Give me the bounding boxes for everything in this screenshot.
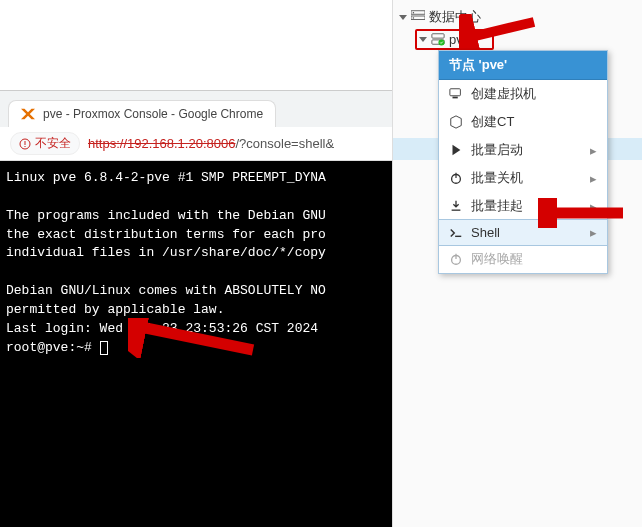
warning-icon [19, 138, 31, 150]
chevron-right-icon: ▸ [590, 199, 597, 214]
svg-rect-35 [450, 89, 461, 96]
menu-label: 创建虚拟机 [471, 85, 536, 103]
menu-label: 批量启动 [471, 141, 523, 159]
menu-label: 创建CT [471, 113, 514, 131]
power-icon [449, 171, 463, 185]
insecure-badge[interactable]: 不安全 [10, 132, 80, 155]
svg-rect-38 [455, 173, 456, 178]
power-icon [449, 252, 463, 266]
datacenter-icon [411, 9, 425, 26]
node-context-menu: 节点 'pve' 创建虚拟机 创建CT 批量启动 ▸ 批量关机 ▸ 批量挂起 ▸… [438, 50, 608, 274]
menu-wol: 网络唤醒 [439, 245, 607, 273]
insecure-label: 不安全 [35, 135, 71, 152]
address-bar[interactable]: 不安全 https://192.168.1.20:8006/?console=s… [0, 127, 400, 161]
chevron-right-icon: ▸ [590, 171, 597, 186]
terminal-icon [449, 226, 463, 240]
svg-rect-7 [432, 34, 444, 38]
caret-down-icon [399, 15, 407, 20]
svg-rect-39 [452, 210, 461, 211]
monitor-icon [449, 87, 463, 101]
browser-tab-title: pve - Proxmox Console - Google Chrome [43, 107, 263, 121]
svg-rect-6 [413, 17, 414, 18]
menu-label: 网络唤醒 [471, 250, 523, 268]
tree-datacenter[interactable]: 数据中心 [393, 6, 642, 28]
caret-down-icon [419, 37, 427, 42]
browser-tabbar: pve - Proxmox Console - Google Chrome [0, 91, 400, 127]
menu-create-vm[interactable]: 创建虚拟机 [439, 80, 607, 108]
menu-shell[interactable]: Shell ▸ [438, 219, 608, 246]
menu-create-ct[interactable]: 创建CT [439, 108, 607, 136]
svg-rect-40 [455, 235, 461, 236]
proxmox-icon [21, 107, 35, 121]
menu-label: 批量关机 [471, 169, 523, 187]
tree-label: 数据中心 [429, 8, 481, 26]
cube-icon [449, 115, 463, 129]
chevron-right-icon: ▸ [590, 225, 597, 240]
cursor [100, 341, 108, 355]
server-icon [431, 32, 445, 46]
svg-rect-5 [413, 12, 414, 13]
console-window: pve - Proxmox Console - Google Chrome 不安… [0, 90, 400, 527]
chevron-right-icon: ▸ [590, 143, 597, 158]
terminal[interactable]: Linux pve 6.8.4-2-pve #1 SMP PREEMPT_DYN… [0, 161, 400, 527]
menu-bulk-stop[interactable]: 批量关机 ▸ [439, 164, 607, 192]
download-icon [449, 199, 463, 213]
browser-tab[interactable]: pve - Proxmox Console - Google Chrome [8, 100, 276, 127]
url-text: https://192.168.1.20:8006/?console=shell… [88, 136, 334, 151]
tree-node-pve[interactable]: pve [393, 28, 642, 50]
menu-label: Shell [471, 225, 500, 240]
svg-rect-36 [453, 97, 458, 99]
menu-title: 节点 'pve' [439, 51, 607, 80]
play-icon [449, 143, 463, 157]
menu-label: 批量挂起 [471, 197, 523, 215]
menu-bulk-start[interactable]: 批量启动 ▸ [439, 136, 607, 164]
svg-rect-42 [455, 254, 456, 259]
tree-label: pve [449, 32, 470, 47]
svg-rect-1 [25, 141, 26, 145]
menu-bulk-suspend[interactable]: 批量挂起 ▸ [439, 192, 607, 220]
svg-rect-2 [25, 146, 26, 147]
